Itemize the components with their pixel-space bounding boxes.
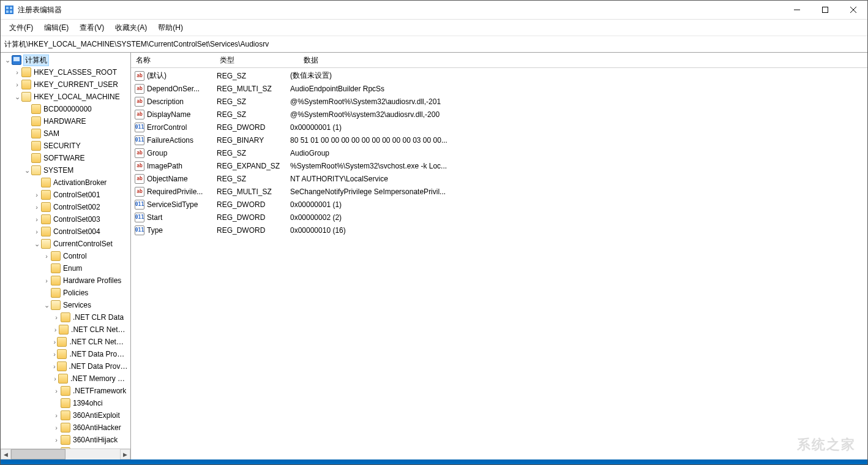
- value-row[interactable]: abObjectNameREG_SZNT AUTHORITY\LocalServ…: [131, 172, 867, 185]
- expand-icon[interactable]: ›: [32, 216, 41, 223]
- tree-item[interactable]: ›360AntiHacker: [2, 422, 130, 434]
- tree-item[interactable]: ›HKEY_CURRENT_USER: [2, 78, 130, 91]
- value-row[interactable]: abImagePathREG_EXPAND_SZ%SystemRoot%\Sys…: [131, 159, 867, 172]
- value-row[interactable]: abRequiredPrivile...REG_MULTI_SZSeChange…: [131, 185, 867, 198]
- expand-icon[interactable]: ›: [52, 387, 61, 395]
- expand-icon[interactable]: ›: [52, 375, 58, 382]
- expand-icon[interactable]: ›: [52, 338, 57, 346]
- value-data: 80 51 01 00 00 00 00 00 00 00 00 00 03 0…: [290, 136, 867, 145]
- address-bar[interactable]: 计算机\HKEY_LOCAL_MACHINE\SYSTEM\CurrentCon…: [1, 36, 867, 53]
- menu-help[interactable]: 帮助(H): [153, 21, 188, 34]
- tree-item[interactable]: ›Hardware Profiles: [2, 274, 130, 287]
- expand-icon[interactable]: ›: [52, 412, 61, 419]
- value-row[interactable]: 011TypeREG_DWORD0x00000010 (16): [131, 224, 867, 236]
- string-value-icon: ab: [135, 161, 144, 171]
- tree-item[interactable]: ›Control: [2, 250, 130, 262]
- tree-item[interactable]: ›.NET Memory Cache 4.0: [2, 372, 130, 385]
- tree-horizontal-scrollbar[interactable]: ◀ ▶: [1, 448, 130, 459]
- value-row[interactable]: abDependOnSer...REG_MULTI_SZAudioEndpoin…: [131, 82, 867, 95]
- column-name[interactable]: 名称: [131, 53, 215, 67]
- value-row[interactable]: 011ErrorControlREG_DWORD0x00000001 (1): [131, 121, 867, 134]
- tree-item[interactable]: ›.NET Data Provider for Oracle: [2, 348, 130, 360]
- expand-icon[interactable]: ›: [52, 436, 61, 444]
- menu-edit[interactable]: 编辑(E): [39, 21, 73, 34]
- collapse-icon[interactable]: ⌄: [42, 301, 51, 309]
- titlebar[interactable]: 注册表编辑器: [1, 1, 867, 20]
- tree-item[interactable]: ›.NETFramework: [2, 385, 130, 397]
- values-list[interactable]: ab(默认)REG_SZ(数值未设置)abDependOnSer...REG_M…: [131, 68, 867, 236]
- expand-icon[interactable]: ›: [32, 228, 41, 235]
- value-row[interactable]: abDescriptionREG_SZ@%SystemRoot%\System3…: [131, 95, 867, 108]
- expand-icon[interactable]: ›: [52, 350, 57, 358]
- column-type[interactable]: 类型: [215, 53, 299, 67]
- collapse-icon[interactable]: ⌄: [32, 240, 41, 248]
- tree-item[interactable]: ⌄HKEY_LOCAL_MACHINE: [2, 91, 130, 103]
- expand-icon[interactable]: ›: [42, 277, 51, 284]
- value-row[interactable]: abGroupREG_SZAudioGroup: [131, 146, 867, 159]
- value-row[interactable]: 011FailureActionsREG_BINARY80 51 01 00 0…: [131, 134, 867, 146]
- value-data: (数值未设置): [290, 70, 867, 81]
- expand-icon[interactable]: ›: [52, 314, 61, 321]
- column-data[interactable]: 数据: [299, 53, 867, 67]
- folder-icon: [41, 202, 51, 212]
- registry-tree[interactable]: ⌄计算机›HKEY_CLASSES_ROOT›HKEY_CURRENT_USER…: [1, 53, 130, 448]
- menu-view[interactable]: 查看(V): [75, 21, 109, 34]
- tree-item[interactable]: ›ControlSet004: [2, 225, 130, 238]
- tree-item[interactable]: ›ControlSet002: [2, 201, 130, 213]
- scroll-thumb[interactable]: [11, 449, 65, 459]
- expand-icon[interactable]: ›: [42, 252, 51, 260]
- tree-item[interactable]: BCD00000000: [2, 103, 130, 115]
- value-row[interactable]: ab(默认)REG_SZ(数值未设置): [131, 69, 867, 82]
- tree-item[interactable]: ›ControlSet003: [2, 213, 130, 225]
- expand-icon[interactable]: ›: [52, 424, 61, 431]
- tree-item[interactable]: ⌄Services: [2, 299, 130, 311]
- tree-item[interactable]: ›.NET Data Provider for SqlServer: [2, 360, 130, 372]
- value-row[interactable]: abDisplayNameREG_SZ@%SystemRoot%\system3…: [131, 108, 867, 121]
- tree-item[interactable]: ›ControlSet001: [2, 189, 130, 201]
- tree-item[interactable]: Enum: [2, 262, 130, 274]
- tree-item[interactable]: ›HKEY_CLASSES_ROOT: [2, 66, 130, 78]
- expand-icon[interactable]: ›: [52, 363, 57, 370]
- tree-item[interactable]: ⌄计算机: [2, 54, 130, 66]
- scroll-right-icon[interactable]: ▶: [120, 449, 130, 459]
- tree-item[interactable]: ›.NET CLR Networking 4.0.0.0: [2, 336, 130, 348]
- tree-item[interactable]: SECURITY: [2, 140, 130, 152]
- expand-icon[interactable]: ›: [13, 81, 21, 88]
- scroll-left-icon[interactable]: ◀: [1, 449, 11, 459]
- collapse-icon[interactable]: ⌄: [13, 93, 21, 101]
- tree-item[interactable]: ActivationBroker: [2, 176, 130, 189]
- taskbar[interactable]: [1, 459, 867, 464]
- maximize-button[interactable]: [811, 1, 839, 19]
- value-type: REG_SZ: [217, 149, 290, 157]
- value-row[interactable]: 011ServiceSidTypeREG_DWORD0x00000001 (1): [131, 198, 867, 211]
- tree-item[interactable]: SOFTWARE: [2, 152, 130, 164]
- collapse-icon[interactable]: ⌄: [23, 167, 31, 175]
- tree-item-label: SAM: [43, 129, 59, 138]
- expand-icon[interactable]: ›: [52, 326, 59, 333]
- menu-favorites[interactable]: 收藏夹(A): [110, 21, 152, 34]
- minimize-button[interactable]: [783, 1, 811, 19]
- tree-item[interactable]: ›360AntiExploit: [2, 409, 130, 422]
- tree-item[interactable]: ›.NET CLR Networking: [2, 323, 130, 336]
- svg-rect-1: [6, 7, 9, 9]
- tree-item[interactable]: ⌄SYSTEM: [2, 164, 130, 176]
- tree-item[interactable]: ›.NET CLR Data: [2, 311, 130, 323]
- collapse-icon[interactable]: ⌄: [3, 56, 12, 64]
- tree-item[interactable]: ›360AntiHijack: [2, 434, 130, 446]
- expand-icon[interactable]: ›: [32, 203, 41, 211]
- tree-item[interactable]: HARDWARE: [2, 115, 130, 127]
- tree-item[interactable]: SAM: [2, 127, 130, 140]
- tree-item[interactable]: Policies: [2, 287, 130, 299]
- tree-item[interactable]: 1394ohci: [2, 397, 130, 409]
- tree-item-label: ControlSet001: [53, 191, 100, 199]
- value-data: 0x00000001 (1): [290, 123, 867, 132]
- expand-icon[interactable]: ›: [32, 191, 41, 198]
- expand-icon[interactable]: ›: [13, 69, 21, 76]
- value-row[interactable]: 011StartREG_DWORD0x00000002 (2): [131, 211, 867, 224]
- tree-item-label: HKEY_CURRENT_USER: [34, 80, 118, 89]
- menu-file[interactable]: 文件(F): [4, 21, 38, 34]
- value-data: @%SystemRoot%\System32\audiosrv.dll,-201: [290, 97, 867, 106]
- close-button[interactable]: [839, 1, 867, 19]
- tree-item[interactable]: ⌄CurrentControlSet: [2, 238, 130, 250]
- scroll-track[interactable]: [11, 449, 120, 459]
